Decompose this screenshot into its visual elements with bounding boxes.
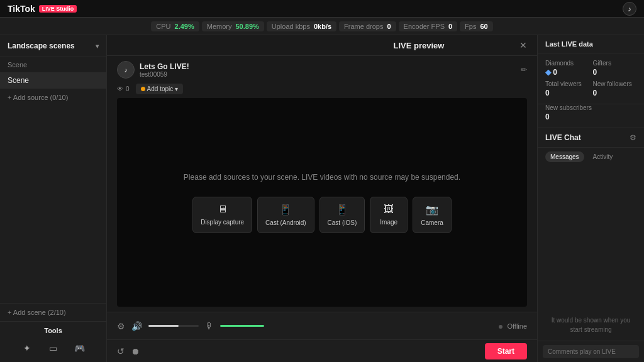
source-button-image[interactable]: 🖼 Image	[370, 197, 408, 233]
close-icon[interactable]: ✕	[519, 40, 527, 50]
video-icon[interactable]: ▭	[45, 339, 62, 357]
source-buttons: 🖥 Display capture 📱 Cast (Android) 📱 Cas…	[192, 197, 452, 233]
display-icon: 🖥	[218, 204, 228, 215]
stat-diamonds: Diamonds ◆ 0	[545, 60, 589, 77]
add-scene-button[interactable]: + Add scene (2/10)	[0, 303, 106, 321]
mic-level-bar	[220, 325, 264, 327]
source-button-cast-android[interactable]: 📱 Cast (Android)	[257, 197, 314, 233]
source-button-display-label: Display capture	[201, 219, 244, 226]
source-button-cast-ios-label: Cast (iOS)	[328, 219, 357, 226]
stat-gifters: Gifters 0	[593, 60, 637, 77]
source-button-camera-label: Camera	[421, 219, 443, 226]
stat-upload: Upload kbps 0kb/s	[267, 21, 336, 31]
bottom-controls-row2: ↺ ⏺ Start	[107, 339, 537, 362]
last-live-header: Last LIVE data	[538, 35, 644, 53]
stat-framedrops-value: 0	[387, 23, 391, 30]
stat-encoderfps-label: Encoder FPS	[404, 23, 445, 30]
gifters-value: 0	[593, 68, 637, 77]
last-live-grid: Diamonds ◆ 0 Gifters 0 Total viewers 0 N…	[538, 53, 644, 104]
chat-settings-icon[interactable]: ⚙	[630, 133, 636, 142]
edit-icon[interactable]: ✏	[521, 65, 527, 74]
scenes-header[interactable]: Landscape scenes ▾	[0, 35, 106, 57]
source-button-camera[interactable]: 📷 Camera	[413, 197, 452, 233]
right-panel: Last LIVE data Diamonds ◆ 0 Gifters 0 To…	[537, 35, 644, 362]
tab-activity[interactable]: Activity	[588, 151, 618, 162]
tools-label: Tools	[8, 327, 99, 334]
add-source-button[interactable]: + Add source (0/10)	[0, 89, 106, 106]
stat-cpu-label: CPU	[156, 23, 170, 30]
top-bar: TikTok LIVE Studio ♪	[0, 0, 644, 18]
preview-header: LIVE preview ✕	[107, 35, 537, 56]
new-followers-value: 0	[593, 89, 637, 97]
tiktok-logo-text: TikTok	[8, 4, 35, 14]
stat-fps: Fps 60	[460, 21, 493, 31]
preview-canvas: Please add sources to your scene. LIVE v…	[117, 98, 527, 307]
offline-status: Offline	[499, 322, 527, 330]
diamonds-value: ◆ 0	[545, 68, 589, 77]
stat-encoderfps-value: 0	[448, 23, 452, 30]
avatar: ♪	[117, 61, 135, 79]
refresh-icon[interactable]: ↺	[117, 346, 125, 356]
source-button-cast-ios[interactable]: 📱 Cast (iOS)	[319, 197, 365, 233]
chat-content: It would be shown when you start streami…	[538, 166, 644, 341]
left-panel: Landscape scenes ▾ Scene Scene + Add sou…	[0, 35, 107, 362]
stat-framedrops: Frame drops 0	[339, 21, 396, 31]
eye-icon: 👁	[117, 85, 123, 92]
live-studio-badge: LIVE Studio	[39, 5, 77, 13]
start-button[interactable]: Start	[485, 343, 527, 359]
add-topic-button[interactable]: Add topic ▾	[136, 84, 184, 94]
settings-icon[interactable]: ⚙	[117, 321, 125, 331]
stream-info: ♪ Lets Go LIVE! test00059 ✏	[107, 56, 537, 84]
tab-messages[interactable]: Messages	[545, 151, 584, 162]
tiktok-profile-icon[interactable]: ♪	[623, 2, 636, 16]
stream-meta: 👁 0 Add topic ▾	[107, 84, 537, 98]
tiktok-logo: TikTok LIVE Studio	[8, 4, 77, 14]
stat-memory: Memory 50.89%	[202, 21, 264, 31]
stat-encoderfps: Encoder FPS 0	[399, 21, 458, 31]
volume-icon[interactable]: 🔊	[131, 321, 142, 331]
stat-fps-label: Fps	[465, 23, 476, 30]
volume-fill	[148, 325, 179, 327]
source-button-cast-android-label: Cast (Android)	[265, 219, 306, 226]
offline-dot-icon	[499, 325, 502, 329]
stat-memory-label: Memory	[207, 23, 232, 30]
stat-cpu: CPU 2.49%	[151, 21, 199, 31]
scene-item[interactable]: Scene	[0, 72, 106, 89]
bottom-controls-row1: ⚙ 🔊 🎙 Offline	[107, 312, 537, 339]
scene-section-label: Scene	[0, 57, 106, 72]
total-viewers-label: Total viewers	[545, 80, 589, 87]
camera-icon: 📷	[426, 204, 438, 216]
main-layout: Landscape scenes ▾ Scene Scene + Add sou…	[0, 35, 644, 362]
live-chat-title: LIVE Chat	[545, 133, 581, 142]
add-topic-label: Add topic	[147, 85, 174, 92]
orange-dot-icon	[141, 87, 145, 91]
stat-fps-value: 60	[480, 23, 487, 30]
scenes-label: Landscape scenes	[8, 41, 75, 50]
preview-title: LIVE preview	[318, 41, 519, 50]
stream-title: Lets Go LIVE!	[140, 62, 516, 71]
volume-bar[interactable]	[148, 325, 199, 327]
image-icon: 🖼	[384, 204, 394, 215]
record-icon[interactable]: ⏺	[131, 346, 140, 356]
stat-new-followers: New followers 0	[593, 80, 637, 97]
tools-section: Tools ✦ ▭ 🎮	[0, 321, 106, 362]
stat-cpu-value: 2.49%	[175, 23, 194, 30]
stat-memory-value: 50.89%	[235, 23, 258, 30]
source-button-image-label: Image	[380, 219, 397, 226]
ios-icon: 📱	[336, 204, 348, 216]
diamond-icon: ◆	[545, 68, 551, 77]
diamonds-label: Diamonds	[545, 60, 589, 67]
viewers-badge: 👁 0	[117, 85, 130, 92]
new-followers-label: New followers	[593, 80, 637, 87]
chat-input-area[interactable]	[538, 341, 644, 362]
stats-bar: CPU 2.49% Memory 50.89% Upload kbps 0kb/…	[0, 18, 644, 35]
gifters-label: Gifters	[593, 60, 637, 67]
stat-total-viewers: Total viewers 0	[545, 80, 589, 97]
chat-input[interactable]	[543, 345, 639, 358]
new-subscribers-label: New subscribers	[545, 104, 636, 111]
mic-icon[interactable]: 🎙	[205, 321, 214, 331]
source-button-display[interactable]: 🖥 Display capture	[192, 197, 252, 233]
sparkle-icon[interactable]: ✦	[18, 339, 36, 357]
stat-upload-value: 0kb/s	[314, 23, 331, 30]
game-icon[interactable]: 🎮	[71, 339, 89, 357]
